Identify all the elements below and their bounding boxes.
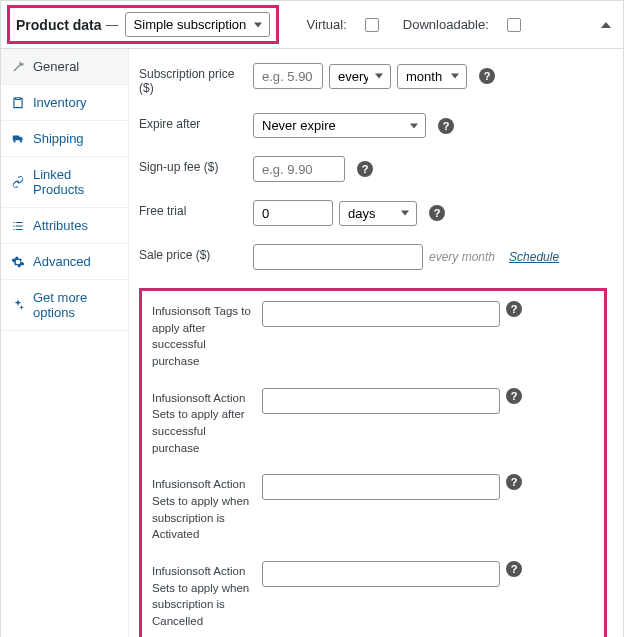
subscription-price-input[interactable] — [253, 63, 323, 89]
sale-price-input[interactable] — [253, 244, 423, 270]
inf-tags-purchase-input[interactable] — [262, 301, 500, 327]
product-type-wrap: Simple subscription — [125, 12, 270, 37]
row-inf-actions-activated: Infusionsoft Action Sets to apply when s… — [152, 474, 594, 543]
tab-attributes[interactable]: Attributes — [1, 208, 128, 244]
panel-body: General Inventory Shipping Linked Produc… — [1, 49, 623, 637]
row-signup-fee: Sign-up fee ($) ? — [139, 156, 607, 182]
downloadable-label: Downloadable: — [403, 17, 489, 32]
tab-advanced[interactable]: Advanced — [1, 244, 128, 280]
row-sale-price: Sale price ($) every month Schedule — [139, 244, 607, 270]
label-signup-fee: Sign-up fee ($) — [139, 156, 253, 174]
expire-select[interactable]: Never expire — [253, 113, 426, 138]
sidebar: General Inventory Shipping Linked Produc… — [1, 49, 129, 637]
help-icon[interactable]: ? — [506, 474, 522, 490]
frequency-select[interactable]: every — [329, 64, 391, 89]
help-icon[interactable]: ? — [479, 68, 495, 84]
clipboard-icon — [11, 96, 25, 110]
panel-title: Product data — [16, 17, 102, 33]
row-free-trial: Free trial days ? — [139, 200, 607, 226]
help-icon[interactable]: ? — [429, 205, 445, 221]
tab-label: Advanced — [33, 254, 91, 269]
label-inf-actions-cancelled: Infusionsoft Action Sets to apply when s… — [152, 561, 262, 630]
tab-label: Linked Products — [33, 167, 118, 197]
truck-icon — [11, 132, 25, 146]
label-subscription-price: Subscription price ($) — [139, 63, 253, 95]
wrench-icon — [11, 60, 25, 74]
sparkle-icon — [11, 298, 25, 312]
tab-linked-products[interactable]: Linked Products — [1, 157, 128, 208]
inf-actions-purchase-input[interactable] — [262, 388, 500, 414]
virtual-label: Virtual: — [307, 17, 347, 32]
inf-actions-activated-input[interactable] — [262, 474, 500, 500]
downloadable-checkbox[interactable] — [507, 18, 521, 32]
tab-label: Inventory — [33, 95, 86, 110]
tab-general[interactable]: General — [1, 49, 128, 85]
inf-actions-cancelled-input[interactable] — [262, 561, 500, 587]
help-icon[interactable]: ? — [357, 161, 373, 177]
list-icon — [11, 219, 25, 233]
free-trial-input[interactable] — [253, 200, 333, 226]
label-free-trial: Free trial — [139, 200, 253, 218]
product-type-select[interactable]: Simple subscription — [125, 12, 270, 37]
label-sale-price: Sale price ($) — [139, 244, 253, 262]
help-icon[interactable]: ? — [506, 301, 522, 317]
product-data-panel: Product data — Simple subscription Virtu… — [0, 0, 624, 637]
signup-fee-input[interactable] — [253, 156, 345, 182]
tab-shipping[interactable]: Shipping — [1, 121, 128, 157]
virtual-checkbox[interactable] — [365, 18, 379, 32]
tab-inventory[interactable]: Inventory — [1, 85, 128, 121]
row-subscription-price: Subscription price ($) every month ? — [139, 63, 607, 95]
row-expire-after: Expire after Never expire ? — [139, 113, 607, 138]
row-inf-actions-purchase: Infusionsoft Action Sets to apply after … — [152, 388, 594, 457]
label-inf-actions-purchase: Infusionsoft Action Sets to apply after … — [152, 388, 262, 457]
trial-unit-select[interactable]: days — [339, 201, 417, 226]
link-icon — [11, 175, 25, 189]
help-icon[interactable]: ? — [506, 388, 522, 404]
row-inf-actions-cancelled: Infusionsoft Action Sets to apply when s… — [152, 561, 594, 630]
label-inf-tags-purchase: Infusionsoft Tags to apply after success… — [152, 301, 262, 370]
label-expire-after: Expire after — [139, 113, 253, 131]
tab-label: Get more options — [33, 290, 118, 320]
period-select[interactable]: month — [397, 64, 467, 89]
collapse-icon[interactable] — [601, 22, 611, 28]
product-type-highlight: Product data — Simple subscription — [7, 5, 279, 44]
sale-price-suffix: every month — [429, 250, 495, 264]
tab-label: Attributes — [33, 218, 88, 233]
separator: — — [106, 17, 119, 32]
tab-label: Shipping — [33, 131, 84, 146]
gear-icon — [11, 255, 25, 269]
content-area: Subscription price ($) every month ? Exp… — [129, 49, 623, 637]
help-icon[interactable]: ? — [506, 561, 522, 577]
schedule-link[interactable]: Schedule — [509, 250, 559, 264]
row-inf-tags-purchase: Infusionsoft Tags to apply after success… — [152, 301, 594, 370]
label-inf-actions-activated: Infusionsoft Action Sets to apply when s… — [152, 474, 262, 543]
help-icon[interactable]: ? — [438, 118, 454, 134]
tab-label: General — [33, 59, 79, 74]
panel-header: Product data — Simple subscription Virtu… — [1, 1, 623, 49]
tab-get-more[interactable]: Get more options — [1, 280, 128, 331]
header-checkboxes: Virtual: Downloadable: — [307, 17, 521, 32]
infusionsoft-highlight: Infusionsoft Tags to apply after success… — [139, 288, 607, 637]
